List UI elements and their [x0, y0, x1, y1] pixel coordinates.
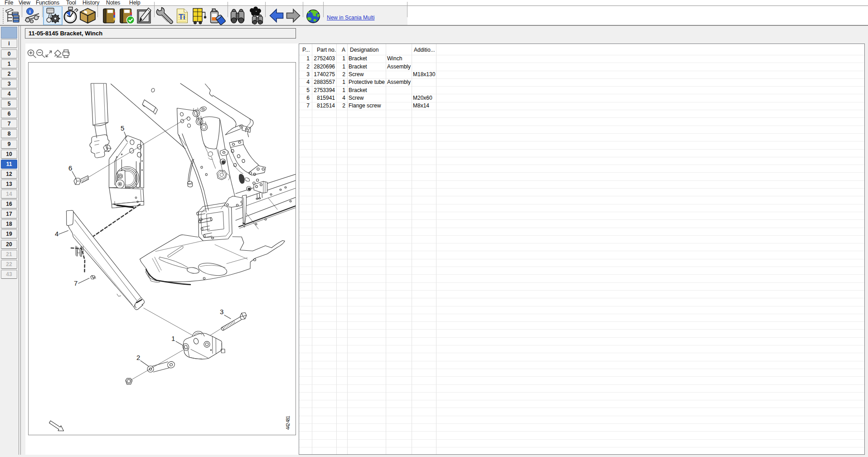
svg-text:4: 4	[55, 230, 58, 238]
svg-text:5: 5	[121, 124, 124, 132]
svg-text:6: 6	[68, 164, 72, 172]
svg-text:442 481: 442 481	[285, 416, 291, 430]
svg-text:7: 7	[74, 279, 78, 287]
svg-text:2: 2	[136, 354, 140, 361]
svg-text:1: 1	[171, 335, 175, 342]
svg-text:3: 3	[220, 308, 223, 316]
